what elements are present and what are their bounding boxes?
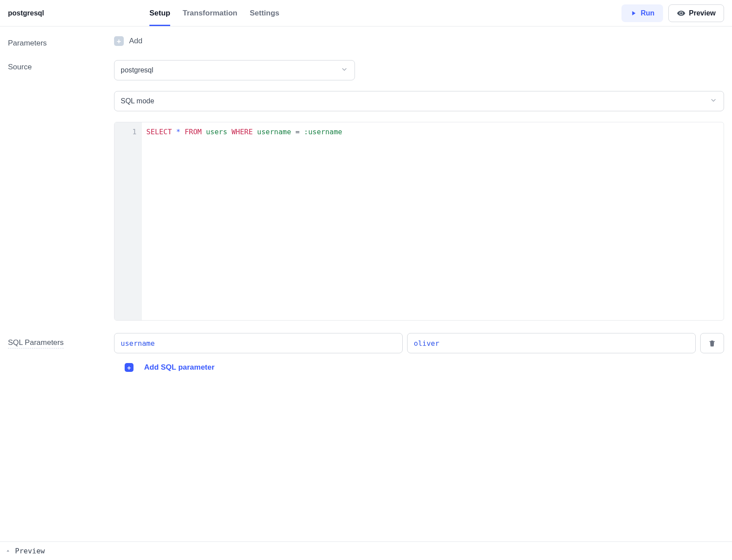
parameters-row: Parameters + Add <box>8 36 724 48</box>
parameters-label: Parameters <box>8 36 105 48</box>
add-sql-parameter-button[interactable]: + Add SQL parameter <box>125 363 214 372</box>
body: Parameters + Add Source postgresql <box>0 26 732 541</box>
mode-select[interactable]: SQL mode <box>114 91 724 111</box>
page-title: postgresql <box>8 9 96 17</box>
sql-operator: = <box>295 128 300 136</box>
sql-parameters-content: + Add SQL parameter <box>114 333 724 372</box>
source-content: postgresql SQL mode 1 SELECT <box>114 60 724 321</box>
sql-keyword: WHERE <box>232 128 253 136</box>
sql-operator: * <box>176 128 180 136</box>
triangle-up-icon <box>5 547 11 555</box>
parameters-content: + Add <box>114 36 724 46</box>
add-sql-parameter-label: Add SQL parameter <box>144 363 214 372</box>
header-actions: Run Preview <box>621 4 724 22</box>
chevron-down-icon <box>709 96 717 106</box>
sql-bind-param: :username <box>304 128 343 136</box>
sql-keyword: SELECT <box>146 128 172 136</box>
sql-parameters-row: SQL Parameters + Add SQL parameter <box>8 333 724 372</box>
sql-keyword: FROM <box>185 128 202 136</box>
play-icon <box>630 10 637 17</box>
datasource-select-value: postgresql <box>121 66 153 74</box>
sql-parameters-label-cell: SQL Parameters <box>8 333 105 348</box>
run-button[interactable]: Run <box>621 4 663 22</box>
tab-label: Transformation <box>183 9 237 18</box>
plus-icon: + <box>114 36 124 46</box>
chevron-down-icon <box>340 65 348 75</box>
sql-identifier: username <box>257 128 291 136</box>
source-row: Source postgresql SQL mode <box>8 60 724 321</box>
preview-button[interactable]: Preview <box>668 4 724 22</box>
sql-editor[interactable]: 1 SELECT * FROM users WHERE username = :… <box>114 122 724 321</box>
tab-settings[interactable]: Settings <box>250 0 279 26</box>
preview-panel-label: Preview <box>15 547 45 555</box>
tab-label: Setup <box>149 9 170 18</box>
line-number: 1 <box>114 128 137 136</box>
delete-sql-parameter-button[interactable] <box>700 333 724 353</box>
run-button-label: Run <box>640 9 654 17</box>
header: postgresql Setup Transformation Settings… <box>0 0 732 26</box>
source-label: Source <box>8 60 105 72</box>
tabs: Setup Transformation Settings <box>149 0 613 26</box>
datasource-select[interactable]: postgresql <box>114 60 355 80</box>
mode-select-value: SQL mode <box>121 97 154 105</box>
plus-icon: + <box>125 363 133 372</box>
preview-button-label: Preview <box>689 9 716 17</box>
sql-parameter-row <box>114 333 724 353</box>
editor-code[interactable]: SELECT * FROM users WHERE username = :us… <box>142 122 724 320</box>
add-parameter-label: Add <box>129 37 142 45</box>
tab-label: Settings <box>250 9 279 18</box>
tab-setup[interactable]: Setup <box>149 0 170 26</box>
preview-panel-toggle[interactable]: Preview <box>0 541 732 560</box>
add-parameter-button[interactable]: + Add <box>114 36 142 46</box>
sql-parameter-key-input[interactable] <box>114 333 403 353</box>
tab-transformation[interactable]: Transformation <box>183 0 237 26</box>
trash-icon <box>708 339 716 347</box>
editor-gutter: 1 <box>114 122 142 320</box>
eye-icon <box>677 9 686 18</box>
sql-parameter-value-input[interactable] <box>407 333 696 353</box>
page: postgresql Setup Transformation Settings… <box>0 0 732 560</box>
sql-identifier: users <box>206 128 227 136</box>
sql-parameters-label: SQL Parameters <box>8 336 64 348</box>
